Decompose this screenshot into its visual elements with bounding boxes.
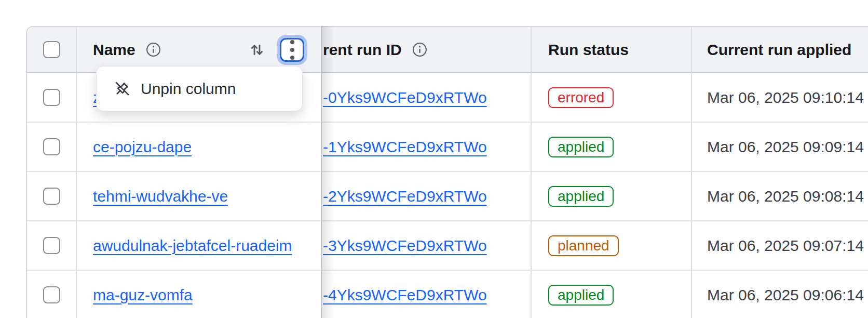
pin-off-icon (114, 81, 130, 97)
row-select-cell (27, 172, 77, 221)
row-applied-cell: Mar 06, 2025 09:07:14 am (692, 221, 868, 271)
row-status-cell: errored (532, 73, 692, 123)
row-name-cell: ma-guz-vomfa (77, 271, 322, 318)
select-all-checkbox[interactable] (43, 41, 60, 58)
workspace-link[interactable]: tehmi-wudvakhe-ve (93, 188, 228, 205)
row-run-id-cell: -1Yks9WCFeD9xRTWo (322, 123, 532, 172)
row-checkbox[interactable] (43, 89, 60, 106)
row-run-id-cell: -2Yks9WCFeD9xRTWo (322, 172, 532, 221)
applied-timestamp: Mar 06, 2025 09:07:14 am (707, 237, 868, 255)
status-badge: applied (548, 186, 614, 207)
sort-arrows-icon[interactable] (248, 41, 266, 59)
column-options-button[interactable] (280, 38, 304, 62)
row-run-id-cell: -3Yks9WCFeD9xRTWo (322, 221, 532, 271)
row-name-cell: ce-pojzu-dape (77, 123, 322, 172)
applied-timestamp: Mar 06, 2025 09:06:14 am (707, 286, 868, 304)
status-badge: applied (548, 137, 614, 157)
table-row: ma-guz-vomfa -4Yks9WCFeD9xRTWo applied M… (27, 271, 868, 318)
kebab-dot (290, 56, 294, 60)
status-badge: errored (548, 87, 614, 108)
row-status-cell: applied (532, 123, 692, 172)
row-select-cell (27, 73, 77, 123)
row-run-id-cell: -4Yks9WCFeD9xRTWo (322, 271, 532, 318)
column-menu: Unpin column (96, 66, 303, 111)
header-run-status-cell: Run status (532, 27, 692, 73)
table-row: awudulnak-jebtafcel-ruadeim -3Yks9WCFeD9… (27, 221, 868, 271)
row-applied-cell: Mar 06, 2025 09:06:14 am (692, 271, 868, 318)
row-applied-cell: Mar 06, 2025 09:09:14 am (692, 123, 868, 172)
row-status-cell: planned (532, 221, 692, 271)
workspaces-table-view: Name (0, 0, 868, 318)
status-badge: applied (548, 285, 614, 306)
row-status-cell: applied (532, 172, 692, 221)
header-run-id-cell: rent run ID (322, 27, 532, 73)
run-id-link[interactable]: -0Yks9WCFeD9xRTWo (323, 89, 487, 107)
workspace-link[interactable]: ma-guz-vomfa (93, 286, 193, 304)
run-id-column-label: rent run ID (323, 41, 402, 59)
name-column-label: Name (93, 41, 135, 59)
row-name-cell: tehmi-wudvakhe-ve (77, 172, 322, 221)
row-select-cell (27, 221, 77, 271)
row-select-cell (27, 123, 77, 172)
run-id-link[interactable]: -4Yks9WCFeD9xRTWo (323, 286, 487, 304)
run-id-link[interactable]: -3Yks9WCFeD9xRTWo (323, 237, 487, 255)
row-applied-cell: Mar 06, 2025 09:08:14 am (692, 172, 868, 221)
info-icon[interactable] (145, 41, 162, 58)
row-checkbox[interactable] (43, 188, 60, 205)
header-select-cell (27, 27, 77, 73)
run-status-column-label: Run status (548, 41, 629, 59)
applied-timestamp: Mar 06, 2025 09:08:14 am (707, 188, 868, 205)
status-badge: planned (548, 235, 619, 256)
row-run-id-cell: -0Yks9WCFeD9xRTWo (322, 73, 532, 123)
workspace-link[interactable]: ce-pojzu-dape (93, 138, 192, 156)
applied-timestamp: Mar 06, 2025 09:09:14 am (707, 138, 868, 156)
row-status-cell: applied (532, 271, 692, 318)
table-row: ce-pojzu-dape -1Yks9WCFeD9xRTWo applied … (27, 123, 868, 172)
menu-item-label: Unpin column (141, 80, 236, 98)
table-row: tehmi-wudvakhe-ve -2Yks9WCFeD9xRTWo appl… (27, 172, 868, 221)
row-checkbox[interactable] (43, 286, 60, 303)
kebab-dot (290, 40, 294, 44)
workspace-link[interactable]: awudulnak-jebtafcel-ruadeim (93, 237, 292, 255)
row-checkbox[interactable] (43, 138, 60, 155)
row-name-cell: awudulnak-jebtafcel-ruadeim (77, 221, 322, 271)
menu-item-unpin-column[interactable]: Unpin column (114, 67, 302, 111)
row-select-cell (27, 271, 77, 318)
run-id-link[interactable]: -1Yks9WCFeD9xRTWo (323, 138, 487, 156)
applied-timestamp: Mar 06, 2025 09:10:14 am (707, 89, 868, 107)
header-current-run-applied-cell: Current run applied (692, 27, 868, 73)
row-applied-cell: Mar 06, 2025 09:10:14 am (692, 73, 868, 123)
kebab-dot (290, 48, 294, 52)
info-icon[interactable] (411, 41, 428, 58)
current-run-applied-column-label: Current run applied (707, 41, 851, 59)
run-id-link[interactable]: -2Yks9WCFeD9xRTWo (323, 188, 487, 205)
row-checkbox[interactable] (43, 237, 60, 254)
